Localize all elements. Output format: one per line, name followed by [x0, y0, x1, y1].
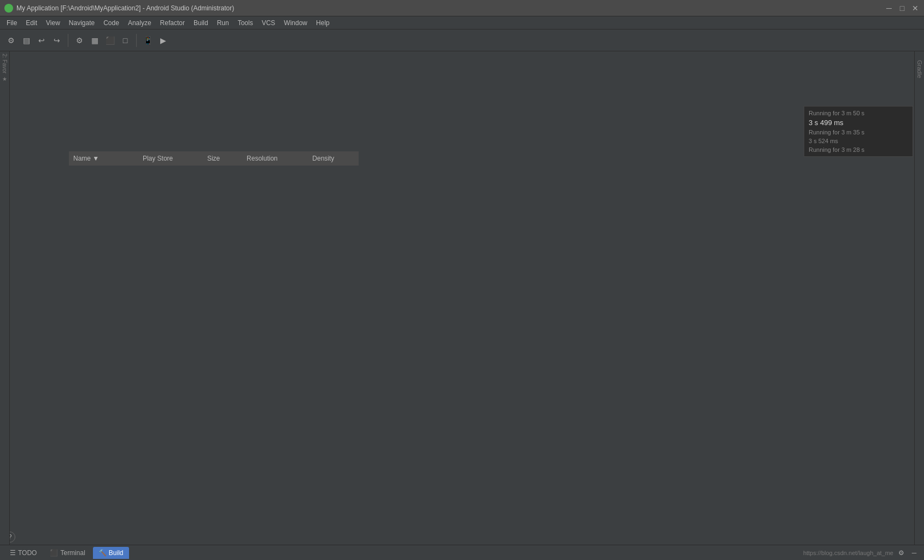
menu-bar: File Edit View Navigate Code Analyze Ref…	[0, 16, 924, 30]
bottom-tabs: ☰ TODO ⬛ Terminal 🔨 Build https://blog.c…	[0, 545, 924, 560]
menu-code[interactable]: Code	[99, 18, 124, 28]
build-label: Build	[109, 549, 124, 557]
timing-row-4: Running for 3 m 28 s	[809, 145, 908, 154]
toolbar-icon-2[interactable]: ▤	[20, 34, 33, 47]
col-name[interactable]: Name ▼	[69, 151, 138, 166]
col-play-store[interactable]: Play Store	[138, 151, 203, 166]
toolbar-icon-5[interactable]: ⚙	[73, 34, 86, 47]
toolbar-icon-4[interactable]: ↪	[50, 34, 63, 47]
timing-label-1: Running for 3 m 50 s	[809, 110, 864, 116]
menu-file[interactable]: File	[2, 18, 21, 28]
timing-detail-2: 3 s 524 ms	[809, 138, 838, 144]
toolbar-icon-8[interactable]: □	[119, 34, 132, 47]
toolbar-separator-1	[68, 34, 68, 47]
timing-label-2: Running for 3 m 35 s	[809, 129, 864, 135]
maximize-button[interactable]: □	[898, 4, 907, 13]
ide-right-area: Running for 3 m 50 s 3 s 499 ms Running …	[0, 51, 924, 560]
toolbar-icon-10[interactable]: ▶	[156, 34, 169, 47]
menu-view[interactable]: View	[42, 18, 65, 28]
menu-tools[interactable]: Tools	[233, 18, 258, 28]
menu-window[interactable]: Window	[279, 18, 312, 28]
tab-build[interactable]: 🔨 Build	[93, 547, 129, 559]
toolbar-icon-9[interactable]: 📱	[141, 34, 154, 47]
menu-analyze[interactable]: Analyze	[124, 18, 156, 28]
toolbar-separator-2	[136, 34, 137, 47]
timing-panel: Running for 3 m 50 s 3 s 499 ms Running …	[804, 106, 913, 157]
build-icon: 🔨	[98, 549, 107, 557]
minimize-panel-icon[interactable]: ─	[909, 547, 920, 558]
title-bar-controls: ─ □ ✕	[885, 4, 920, 13]
toolbar-icon-1[interactable]: ⚙	[4, 34, 17, 47]
settings-icon[interactable]: ⚙	[896, 547, 907, 558]
col-resolution[interactable]: Resolution	[242, 151, 308, 166]
menu-edit[interactable]: Edit	[21, 18, 42, 28]
todo-label: TODO	[18, 549, 37, 557]
menu-build[interactable]: Build	[189, 18, 213, 28]
timing-row-1: Running for 3 m 50 s	[809, 109, 908, 117]
close-button[interactable]: ✕	[911, 4, 920, 13]
todo-icon: ☰	[10, 549, 16, 557]
tab-terminal[interactable]: ⬛ Terminal	[44, 547, 90, 559]
timing-row-2: Running for 3 m 35 s	[809, 128, 908, 137]
favor-panel: 2: Favor ★	[0, 51, 10, 560]
menu-vcs[interactable]: VCS	[258, 18, 280, 28]
menu-refactor[interactable]: Refactor	[156, 18, 189, 28]
toolbar-icon-6[interactable]: ▦	[88, 34, 101, 47]
terminal-icon: ⬛	[50, 549, 58, 557]
minimize-button[interactable]: ─	[885, 4, 893, 13]
status-url: https://blog.csdn.net/laugh_at_me	[803, 550, 893, 556]
menu-navigate[interactable]: Navigate	[65, 18, 99, 28]
menu-run[interactable]: Run	[213, 18, 233, 28]
favor-star[interactable]: ★	[2, 76, 7, 82]
app-icon	[4, 4, 13, 13]
timing-highlight: 3 s 499 ms	[809, 117, 908, 128]
gradle-label[interactable]: Gradle	[916, 56, 923, 82]
tab-todo[interactable]: ☰ TODO	[4, 547, 42, 559]
col-density[interactable]: Density	[308, 151, 359, 166]
gradle-panel: Gradle	[914, 51, 924, 560]
terminal-label: Terminal	[60, 549, 85, 557]
timing-detail-1: 3 s 499 ms	[809, 119, 844, 127]
toolbar-icon-7[interactable]: ⬛	[103, 34, 116, 47]
col-size[interactable]: Size	[203, 151, 242, 166]
timing-label-3: Running for 3 m 28 s	[809, 146, 864, 153]
title-bar-text: My Application [F:\Android\MyApplication…	[16, 4, 234, 12]
toolbar-icon-3[interactable]: ↩	[35, 34, 48, 47]
title-bar: My Application [F:\Android\MyApplication…	[0, 0, 924, 16]
menu-help[interactable]: Help	[312, 18, 334, 28]
favor-label[interactable]: 2: Favor	[2, 51, 8, 76]
timing-row-3: 3 s 524 ms	[809, 137, 908, 145]
toolbar: ⚙ ▤ ↩ ↪ ⚙ ▦ ⬛ □ 📱 ▶	[0, 30, 924, 51]
